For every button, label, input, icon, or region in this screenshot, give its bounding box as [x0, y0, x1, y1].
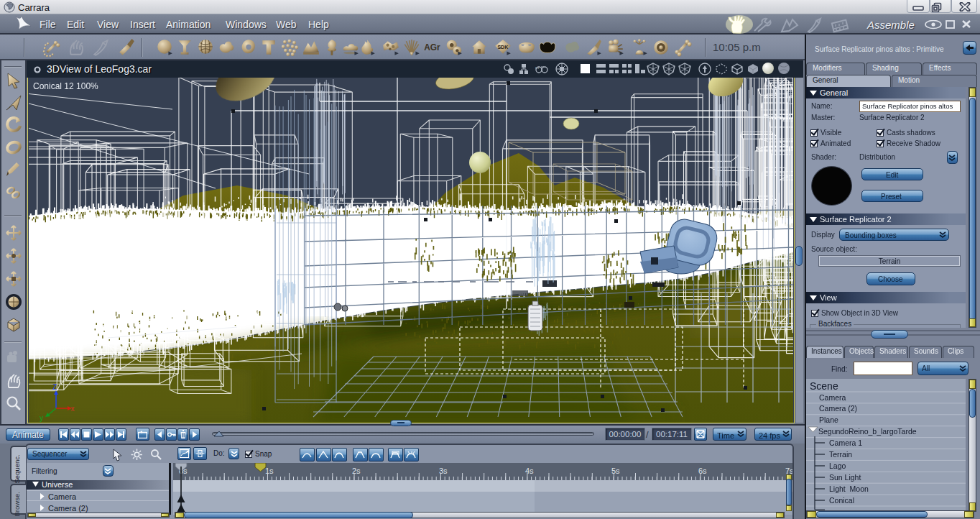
svg-text:Camera: Camera [819, 393, 846, 402]
svg-text:Sun Light: Sun Light [829, 473, 861, 482]
svg-text:Conical 12 100%: Conical 12 100% [33, 81, 98, 91]
svg-text:Camera 1: Camera 1 [829, 438, 862, 447]
svg-text:Terrain: Terrain [829, 450, 852, 459]
svg-text:Z: Z [52, 383, 57, 391]
svg-text:Plane: Plane [819, 415, 838, 424]
svg-text:Scene: Scene [810, 380, 838, 392]
svg-text:m: m [535, 65, 539, 70]
svg-text:Light Moon: Light Moon [829, 484, 869, 493]
svg-text:1s: 1s [265, 467, 274, 475]
svg-text:y: y [40, 414, 43, 422]
svg-text:Camera (2): Camera (2) [819, 404, 857, 413]
svg-text:5s: 5s [611, 467, 620, 475]
svg-text:4s: 4s [525, 467, 534, 475]
svg-text:AGr: AGr [424, 42, 440, 52]
svg-text:3s: 3s [439, 467, 448, 475]
svg-text:6s: 6s [698, 467, 707, 475]
svg-text:Lago: Lago [829, 461, 846, 470]
svg-text:Conical: Conical [829, 496, 854, 505]
svg-text:2s: 2s [352, 467, 361, 475]
svg-text:x: x [71, 405, 75, 413]
svg-text:SDK: SDK [497, 45, 509, 50]
svg-text:SegundoReino_b_largoTarde: SegundoReino_b_largoTarde [818, 427, 917, 436]
